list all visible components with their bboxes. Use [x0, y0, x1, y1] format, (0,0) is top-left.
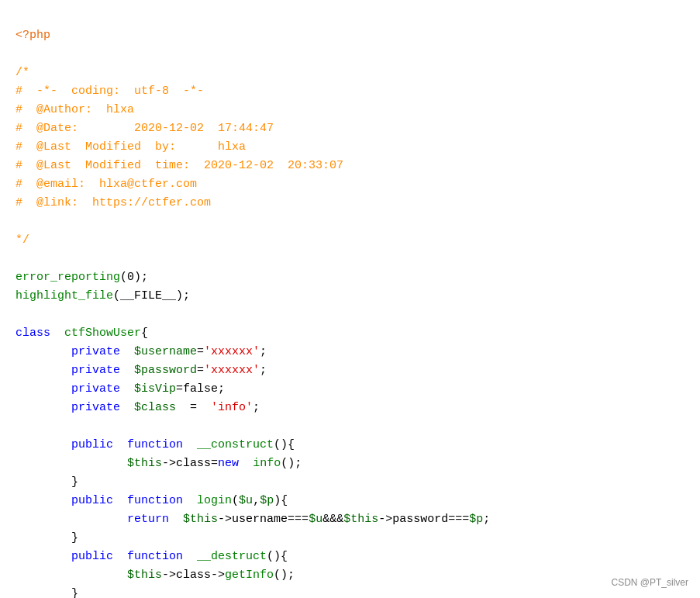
construct-body: $this — [127, 457, 162, 470]
comment-email: # @email: hlxa@ctfer.com — [16, 178, 197, 191]
private-password: private — [71, 364, 120, 377]
construct-sig: public — [71, 438, 113, 451]
watermark-label: CSDN @PT_silver — [611, 576, 688, 590]
php-open-tag: <?php — [16, 29, 50, 42]
login-sig: public — [71, 494, 113, 507]
destruct-sig: public — [71, 550, 113, 563]
destruct-body: $this — [127, 569, 162, 582]
comment-author: # @Author: hlxa — [16, 103, 134, 116]
comment-open: /* — [16, 66, 29, 79]
comment-link: # @link: https://ctfer.com — [16, 196, 211, 209]
comment-coding: # -*- coding: utf-8 -*- — [16, 85, 204, 98]
private-class: private — [71, 401, 120, 414]
private-isvip: private — [71, 382, 120, 396]
error-reporting: error_reporting(0); — [16, 271, 148, 284]
code-block: <?php /* # -*- coding: utf-8 -*- # @Auth… — [16, 8, 684, 598]
comment-close: */ — [16, 233, 29, 247]
comment-lastmod-time: # @Last Modified time: 2020-12-02 20:33:… — [16, 159, 343, 172]
highlight-file: highlight_file(__FILE__); — [16, 289, 190, 302]
comment-date: # @Date: 2020-12-02 17:44:47 — [16, 122, 274, 135]
comment-lastmod-by: # @Last Modified by: hlxa — [16, 140, 246, 154]
private-username: private — [71, 345, 120, 358]
login-body: return — [127, 513, 169, 526]
class-definition: class ctfShowUser{ — [16, 327, 148, 340]
